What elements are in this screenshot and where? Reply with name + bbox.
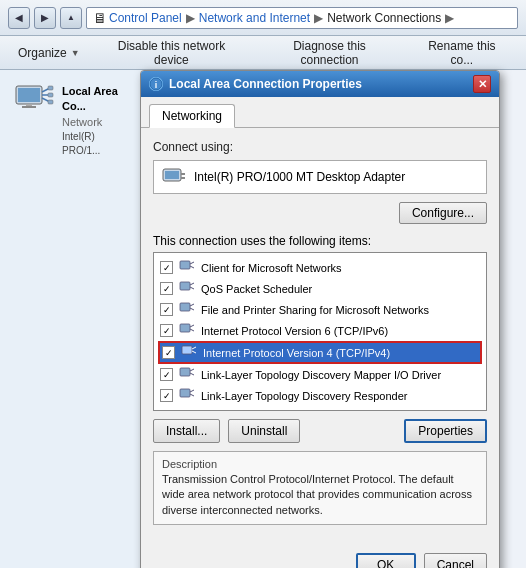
dialog-footer: OK Cancel bbox=[141, 547, 499, 568]
item-icon bbox=[179, 387, 195, 404]
list-item[interactable]: Link-Layer Topology Discovery Responder bbox=[158, 385, 482, 406]
svg-text:i: i bbox=[155, 80, 158, 90]
checkbox[interactable] bbox=[160, 324, 173, 337]
svg-line-33 bbox=[190, 373, 194, 375]
list-item[interactable]: QoS Packet Scheduler bbox=[158, 278, 482, 299]
svg-rect-13 bbox=[165, 171, 179, 179]
address-bar: ◀ ▶ ▲ 🖥 Control Panel ▶ Network and Inte… bbox=[0, 0, 526, 36]
organize-arrow: ▼ bbox=[71, 48, 80, 58]
svg-line-35 bbox=[190, 390, 194, 392]
disable-button[interactable]: Disable this network device bbox=[90, 39, 254, 67]
path-sep-3: ▶ bbox=[445, 11, 454, 25]
toolbar: Organize ▼ Disable this network device D… bbox=[0, 36, 526, 70]
checkbox[interactable] bbox=[160, 261, 173, 274]
svg-rect-7 bbox=[48, 86, 53, 90]
svg-rect-15 bbox=[181, 177, 185, 179]
item-icon bbox=[179, 259, 195, 276]
properties-dialog: i Local Area Connection Properties ✕ Net… bbox=[140, 70, 500, 568]
uninstall-button[interactable]: Uninstall bbox=[228, 419, 300, 443]
checkbox[interactable] bbox=[160, 282, 173, 295]
adapter-name: Intel(R) PRO/1000 MT Desktop Adapter bbox=[194, 170, 405, 184]
checkbox[interactable] bbox=[160, 303, 173, 316]
svg-line-20 bbox=[190, 283, 194, 285]
svg-rect-9 bbox=[48, 100, 53, 104]
list-item[interactable]: Internet Protocol Version 6 (TCP/IPv6) bbox=[158, 320, 482, 341]
checkbox[interactable] bbox=[160, 368, 173, 381]
conn-adapter: Intel(R) PRO/1... bbox=[62, 130, 135, 158]
checkbox[interactable] bbox=[160, 389, 173, 402]
svg-rect-25 bbox=[180, 324, 190, 332]
conn-name: Local Area Co... bbox=[62, 84, 135, 115]
cancel-button[interactable]: Cancel bbox=[424, 553, 487, 568]
svg-rect-1 bbox=[18, 88, 40, 102]
conn-type: Network bbox=[62, 115, 135, 130]
action-btns-left: Install... Uninstall bbox=[153, 419, 300, 443]
adapter-box: Intel(R) PRO/1000 MT Desktop Adapter bbox=[153, 160, 487, 194]
dialog-close-button[interactable]: ✕ bbox=[473, 75, 491, 93]
path-sep-2: ▶ bbox=[314, 11, 323, 25]
connection-info: Local Area Co... Network Intel(R) PRO/1.… bbox=[62, 84, 135, 158]
item-text: Internet Protocol Version 4 (TCP/IPv4) bbox=[203, 347, 390, 359]
path-segment-1[interactable]: Control Panel bbox=[109, 11, 182, 25]
diagnose-button[interactable]: Diagnose this connection bbox=[253, 39, 405, 67]
svg-rect-31 bbox=[180, 368, 190, 376]
description-label: Description bbox=[162, 458, 478, 470]
dialog-title: Local Area Connection Properties bbox=[169, 77, 467, 91]
items-label: This connection uses the following items… bbox=[153, 234, 487, 248]
path-icon: 🖥 bbox=[93, 10, 107, 26]
svg-line-21 bbox=[190, 287, 194, 289]
dialog-content: Connect using: Intel(R) PRO/1000 MT Desk… bbox=[141, 128, 499, 547]
svg-line-17 bbox=[190, 262, 194, 264]
svg-rect-14 bbox=[181, 173, 185, 175]
item-text: Link-Layer Topology Discovery Responder bbox=[201, 390, 407, 402]
properties-button[interactable]: Properties bbox=[404, 419, 487, 443]
left-panel: Local Area Co... Network Intel(R) PRO/1.… bbox=[0, 70, 150, 568]
description-box: Description Transmission Control Protoco… bbox=[153, 451, 487, 525]
rename-button[interactable]: Rename this co... bbox=[406, 39, 518, 67]
configure-btn-container: Configure... bbox=[153, 202, 487, 224]
install-button[interactable]: Install... bbox=[153, 419, 220, 443]
list-item[interactable]: File and Printer Sharing for Microsoft N… bbox=[158, 299, 482, 320]
svg-line-26 bbox=[190, 325, 194, 327]
item-icon bbox=[181, 344, 197, 361]
back-button[interactable]: ◀ bbox=[8, 7, 30, 29]
organize-button[interactable]: Organize ▼ bbox=[8, 39, 90, 67]
action-buttons: Install... Uninstall Properties bbox=[153, 419, 487, 443]
path-segment-3: Network Connections bbox=[327, 11, 441, 25]
item-icon bbox=[179, 366, 195, 383]
svg-line-27 bbox=[190, 329, 194, 331]
ok-button[interactable]: OK bbox=[356, 553, 416, 568]
checkbox[interactable] bbox=[162, 346, 175, 359]
svg-rect-16 bbox=[180, 261, 190, 269]
dialog-titlebar: i Local Area Connection Properties ✕ bbox=[141, 71, 499, 97]
svg-line-29 bbox=[192, 347, 196, 349]
svg-line-18 bbox=[190, 266, 194, 268]
item-text: Client for Microsoft Networks bbox=[201, 262, 342, 274]
item-icon bbox=[179, 322, 195, 339]
path-segment-2[interactable]: Network and Internet bbox=[199, 11, 310, 25]
dialog-tabs: Networking bbox=[141, 97, 499, 128]
svg-rect-22 bbox=[180, 303, 190, 311]
description-text: Transmission Control Protocol/Internet P… bbox=[162, 472, 478, 518]
connection-item[interactable]: Local Area Co... Network Intel(R) PRO/1.… bbox=[8, 78, 141, 164]
list-item[interactable]: Internet Protocol Version 4 (TCP/IPv4) bbox=[158, 341, 482, 364]
svg-rect-3 bbox=[22, 106, 36, 108]
dialog-title-icon: i bbox=[149, 77, 163, 91]
list-item[interactable]: Link-Layer Topology Discovery Mapper I/O… bbox=[158, 364, 482, 385]
svg-line-32 bbox=[190, 369, 194, 371]
svg-rect-19 bbox=[180, 282, 190, 290]
path-sep-1: ▶ bbox=[186, 11, 195, 25]
adapter-icon bbox=[162, 167, 186, 187]
item-text: File and Printer Sharing for Microsoft N… bbox=[201, 304, 429, 316]
connection-icon bbox=[14, 84, 54, 116]
item-icon bbox=[179, 301, 195, 318]
svg-rect-28 bbox=[182, 346, 192, 354]
networking-tab[interactable]: Networking bbox=[149, 104, 235, 128]
item-text: Internet Protocol Version 6 (TCP/IPv6) bbox=[201, 325, 388, 337]
svg-rect-34 bbox=[180, 389, 190, 397]
up-button[interactable]: ▲ bbox=[60, 7, 82, 29]
svg-line-30 bbox=[192, 351, 196, 353]
configure-button[interactable]: Configure... bbox=[399, 202, 487, 224]
forward-button[interactable]: ▶ bbox=[34, 7, 56, 29]
list-item[interactable]: Client for Microsoft Networks bbox=[158, 257, 482, 278]
